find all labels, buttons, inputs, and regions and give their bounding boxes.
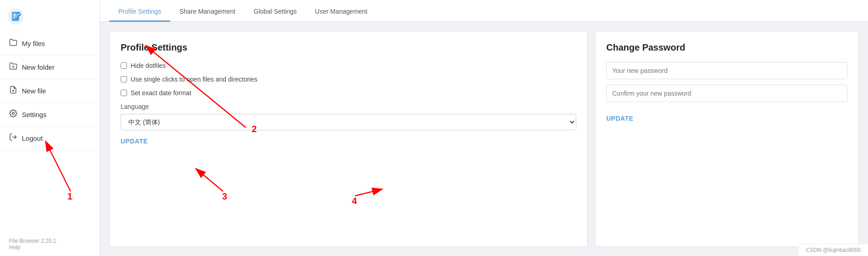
profile-settings-card: Profile Settings Hide dotfiles Use singl… (109, 31, 588, 247)
hide-dotfiles-checkbox[interactable] (121, 62, 127, 69)
tab-global-settings[interactable]: Global Settings (244, 2, 306, 22)
content-area: Profile Settings Hide dotfiles Use singl… (100, 22, 868, 256)
sidebar-item-new-folder[interactable]: New folder (0, 56, 100, 79)
language-label: Language (121, 103, 576, 110)
logout-icon (9, 133, 17, 143)
single-clicks-label: Use single clicks to open files and dire… (131, 76, 258, 83)
tabs-bar: Profile Settings Share Management Global… (100, 0, 868, 22)
language-select[interactable]: 中文 (简体) English Español Français Deutsch (121, 114, 576, 130)
profile-settings-title: Profile Settings (121, 42, 576, 53)
password-update-button[interactable]: UPDATE (606, 115, 634, 122)
main-content: Profile Settings Share Management Global… (100, 0, 868, 256)
sidebar-item-logout[interactable]: Logout (0, 127, 100, 150)
tab-profile-settings[interactable]: Profile Settings (109, 2, 170, 22)
new-password-input[interactable] (606, 62, 848, 79)
folder-icon (9, 38, 17, 49)
sidebar-item-new-file[interactable]: New file (0, 79, 100, 103)
new-file-icon (9, 86, 17, 96)
profile-update-button[interactable]: UPDATE (121, 138, 148, 145)
sidebar-footer: File Browser 2.20.1 Help (0, 232, 100, 256)
svg-rect-4 (13, 17, 15, 18)
sidebar-item-my-files[interactable]: My files (0, 32, 100, 56)
svg-rect-2 (13, 14, 16, 15)
exact-date-row: Set exact date format (121, 89, 576, 97)
settings-icon (9, 109, 17, 120)
sidebar-new-file-label: New file (22, 87, 46, 95)
sidebar-new-folder-label: New folder (22, 63, 55, 71)
svg-point-10 (12, 113, 15, 115)
hide-dotfiles-label: Hide dotfiles (131, 62, 166, 69)
footer-credit: CSDN @liujinbao8000 (799, 244, 868, 256)
exact-date-label: Set exact date format (131, 89, 191, 97)
app-logo (7, 8, 24, 25)
change-password-title: Change Password (606, 42, 848, 53)
single-clicks-checkbox[interactable] (121, 76, 127, 82)
new-folder-icon (9, 62, 17, 72)
logo-area (0, 5, 100, 32)
svg-rect-3 (13, 15, 17, 16)
exact-date-checkbox[interactable] (121, 90, 127, 96)
app-version: File Browser 2.20.1 (9, 238, 56, 244)
sidebar-navigation: My files New folder New file Settings Lo… (0, 32, 100, 232)
single-clicks-row: Use single clicks to open files and dire… (121, 76, 576, 83)
sidebar-logout-label: Logout (22, 134, 43, 142)
sidebar: My files New folder New file Settings Lo… (0, 0, 100, 256)
tab-share-management[interactable]: Share Management (170, 2, 244, 22)
help-link[interactable]: Help (9, 244, 20, 251)
confirm-password-input[interactable] (606, 85, 848, 102)
sidebar-my-files-label: My files (22, 40, 45, 47)
sidebar-settings-label: Settings (22, 111, 46, 118)
change-password-card: Change Password UPDATE (595, 31, 859, 247)
hide-dotfiles-row: Hide dotfiles (121, 62, 576, 69)
tab-user-management[interactable]: User Management (306, 2, 376, 22)
sidebar-item-settings[interactable]: Settings (0, 103, 100, 127)
